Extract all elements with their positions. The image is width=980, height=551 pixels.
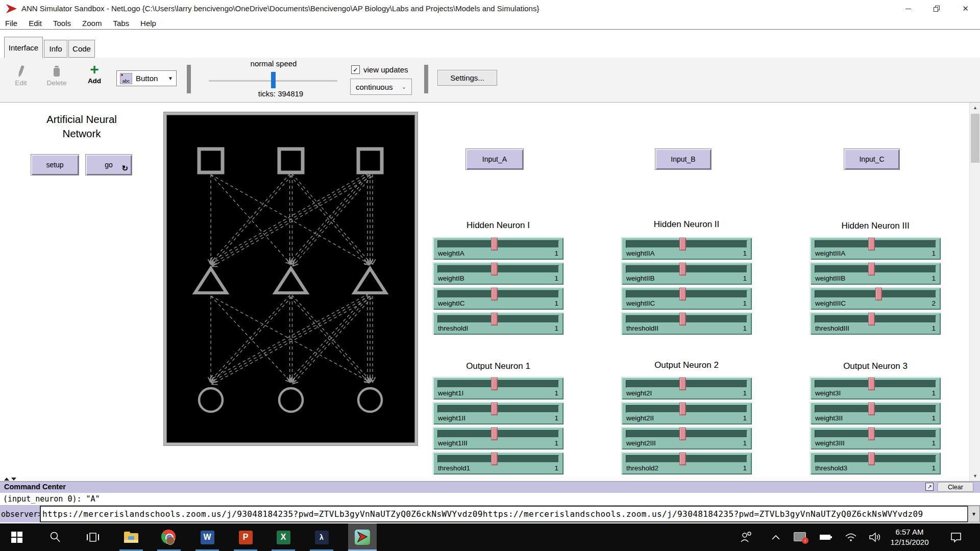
slider-weight1I[interactable]: weight1I1	[432, 377, 564, 400]
slider-threshold1[interactable]: threshold11	[432, 452, 564, 475]
slider-weight2I[interactable]: weight2I1	[621, 377, 752, 400]
vertical-scrollbar[interactable]: ▲ ▼	[969, 103, 980, 481]
tab-interface[interactable]: Interface	[4, 37, 43, 58]
world-view[interactable]	[164, 112, 418, 445]
chrome-button[interactable]	[155, 523, 183, 551]
slider-weightIIC[interactable]: weightIIC1	[621, 287, 752, 310]
input-c-button[interactable]: Input_C	[844, 148, 900, 170]
slider-thresholdI[interactable]: thresholdI1	[432, 312, 564, 335]
slider-weightIB[interactable]: weightIB1	[432, 262, 564, 285]
slider-groove[interactable]	[626, 290, 747, 298]
slider-handle[interactable]	[679, 453, 686, 465]
slider-groove[interactable]	[626, 455, 747, 463]
slider-groove[interactable]	[626, 405, 747, 413]
slider-groove[interactable]	[626, 380, 747, 388]
slider-groove[interactable]	[437, 455, 559, 463]
update-mode-dropdown[interactable]: continuous ⌄	[350, 79, 412, 95]
slider-groove[interactable]	[437, 265, 559, 273]
acrobat-button[interactable]: λ	[308, 523, 335, 551]
slider-handle[interactable]	[491, 428, 498, 440]
slider-weightIA[interactable]: weightIA1	[432, 237, 564, 260]
slider-handle[interactable]	[491, 288, 498, 300]
slider-weight2II[interactable]: weight2II1	[621, 402, 752, 425]
action-center-button[interactable]	[943, 523, 969, 551]
slider-groove[interactable]	[815, 315, 936, 323]
scroll-up-icon[interactable]: ▲	[970, 103, 980, 113]
file-explorer-button[interactable]	[117, 523, 145, 551]
slider-groove[interactable]	[815, 380, 936, 388]
slider-groove[interactable]	[626, 240, 747, 248]
input-a-button[interactable]: Input_A	[465, 148, 524, 170]
slider-weight2III[interactable]: weight2III1	[621, 427, 752, 450]
slider-groove[interactable]	[437, 405, 559, 413]
slider-handle[interactable]	[868, 313, 875, 325]
slider-handle[interactable]	[491, 263, 498, 276]
splitter-down-icon[interactable]	[11, 478, 16, 481]
slider-weightIIB[interactable]: weightIIB1	[621, 262, 752, 285]
command-history-dropdown[interactable]: ▼	[968, 506, 980, 522]
setup-button[interactable]: setup	[31, 154, 79, 176]
slider-handle[interactable]	[868, 238, 875, 251]
slider-groove[interactable]	[437, 290, 559, 298]
excel-button[interactable]: X	[270, 523, 297, 551]
slider-handle[interactable]	[868, 428, 875, 440]
slider-groove[interactable]	[626, 315, 747, 323]
slider-handle[interactable]	[679, 288, 686, 300]
slider-handle[interactable]	[679, 263, 686, 276]
slider-handle[interactable]	[491, 238, 498, 251]
menu-tabs[interactable]: Tabs	[113, 19, 129, 28]
show-hidden-icons-button[interactable]	[765, 523, 787, 551]
restore-button[interactable]	[922, 0, 951, 17]
settings-button[interactable]: Settings...	[437, 70, 497, 86]
slider-groove[interactable]	[437, 380, 559, 388]
edit-widget-button[interactable]: Edit	[10, 64, 32, 87]
slider-handle[interactable]	[491, 403, 498, 415]
slider-weight3II[interactable]: weight3II1	[810, 402, 941, 425]
slider-groove[interactable]	[437, 240, 559, 248]
tab-info[interactable]: Info	[44, 40, 67, 58]
slider-handle[interactable]	[491, 313, 498, 325]
slider-weight3III[interactable]: weight3III1	[810, 427, 941, 450]
delete-widget-button[interactable]: Delete	[43, 64, 70, 87]
slider-handle[interactable]	[491, 378, 498, 390]
netlogo-taskbar-button[interactable]	[348, 523, 377, 551]
menu-edit[interactable]: Edit	[29, 19, 42, 28]
close-button[interactable]: ✕	[951, 0, 980, 17]
slider-handle[interactable]	[679, 403, 686, 415]
slider-groove[interactable]	[815, 240, 936, 248]
command-center-splitter[interactable]	[0, 477, 969, 481]
clear-button[interactable]: Clear	[938, 482, 973, 492]
view-updates-checkbox[interactable]: ✓	[351, 65, 360, 74]
slider-threshold2[interactable]: threshold21	[621, 452, 752, 475]
slider-weightIIA[interactable]: weightIIA1	[621, 237, 752, 260]
splitter-up-icon[interactable]	[4, 478, 9, 481]
slider-groove[interactable]	[815, 290, 936, 298]
slider-thresholdII[interactable]: thresholdII1	[621, 312, 752, 335]
slider-weightIIIB[interactable]: weightIIIB1	[810, 262, 941, 285]
slider-handle[interactable]	[868, 263, 875, 276]
menu-file[interactable]: File	[5, 19, 17, 28]
tray-app-button[interactable]: !	[789, 523, 812, 551]
slider-handle[interactable]	[679, 378, 686, 390]
slider-handle[interactable]	[679, 428, 686, 440]
scroll-down-icon[interactable]: ▼	[970, 471, 980, 481]
slider-thresholdIII[interactable]: thresholdIII1	[810, 312, 941, 335]
minimize-button[interactable]	[894, 0, 922, 17]
volume-button[interactable]	[864, 523, 886, 551]
people-button[interactable]	[735, 523, 757, 551]
slider-handle[interactable]	[679, 313, 686, 325]
slider-groove[interactable]	[815, 455, 936, 463]
slider-threshold3[interactable]: threshold31	[810, 452, 941, 475]
task-view-button[interactable]	[79, 523, 107, 551]
slider-weight3I[interactable]: weight3I1	[810, 377, 941, 400]
tab-code[interactable]: Code	[68, 40, 95, 58]
slider-groove[interactable]	[815, 405, 936, 413]
slider-handle[interactable]	[875, 288, 882, 300]
input-b-button[interactable]: Input_B	[655, 148, 712, 170]
slider-groove[interactable]	[437, 315, 559, 323]
slider-handle[interactable]	[868, 403, 875, 415]
battery-button[interactable]	[815, 523, 837, 551]
slider-groove[interactable]	[626, 265, 747, 273]
powerpoint-button[interactable]: P	[232, 523, 259, 551]
slider-handle[interactable]	[868, 453, 875, 465]
